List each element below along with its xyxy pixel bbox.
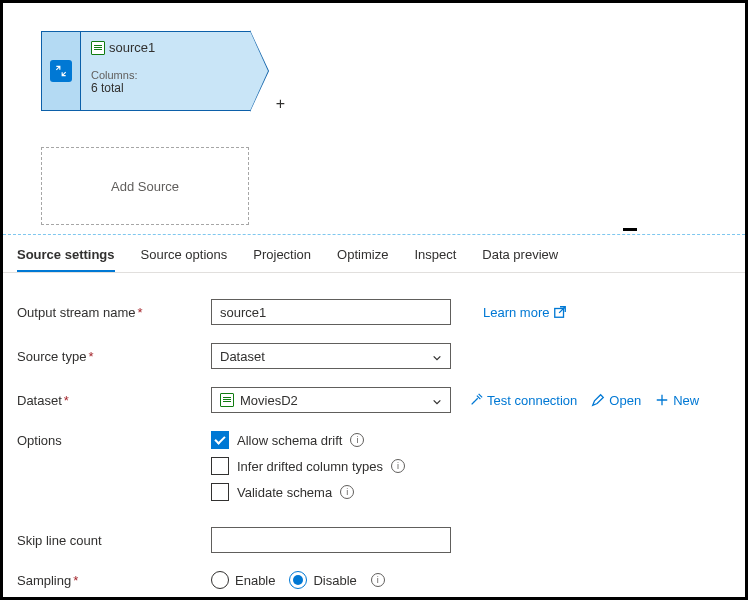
validate-schema-checkbox[interactable] [211, 483, 229, 501]
source-type-value: Dataset [220, 349, 265, 364]
dataset-label: Dataset [17, 393, 62, 408]
options-label: Options [17, 433, 62, 448]
add-source-button[interactable]: Add Source [41, 147, 249, 225]
tab-inspect[interactable]: Inspect [414, 245, 456, 272]
allow-schema-drift-checkbox[interactable] [211, 431, 229, 449]
output-stream-name-label: Output stream name [17, 305, 136, 320]
test-connection-label: Test connection [487, 393, 577, 408]
info-icon[interactable]: i [350, 433, 364, 447]
required-indicator: * [88, 349, 93, 364]
node-column-count: 6 total [91, 81, 240, 95]
dataset-value: MoviesD2 [240, 393, 298, 408]
sampling-enable-label: Enable [235, 573, 275, 588]
dataflow-canvas[interactable]: source1 Columns: 6 total + Add Source [3, 3, 745, 235]
settings-tabs: Source settings Source options Projectio… [3, 235, 745, 273]
chevron-down-icon [432, 395, 442, 405]
infer-drifted-types-checkbox[interactable] [211, 457, 229, 475]
plus-icon [655, 393, 669, 407]
edit-icon [591, 393, 605, 407]
node-subtitle: Columns: [91, 69, 240, 81]
skip-line-count-label: Skip line count [17, 533, 102, 548]
node-body[interactable]: source1 Columns: 6 total [81, 31, 251, 111]
sampling-disable-radio[interactable]: Disable [289, 571, 356, 589]
source-type-label: Source type [17, 349, 86, 364]
node-title: source1 [109, 40, 155, 55]
info-icon[interactable]: i [391, 459, 405, 473]
required-indicator: * [73, 573, 78, 588]
node-arrow [250, 31, 268, 111]
sampling-enable-radio[interactable]: Enable [211, 571, 275, 589]
new-dataset-button[interactable]: New [655, 393, 699, 408]
tab-optimize[interactable]: Optimize [337, 245, 388, 272]
tab-source-settings[interactable]: Source settings [17, 245, 115, 272]
chevron-down-icon [432, 351, 442, 361]
required-indicator: * [138, 305, 143, 320]
infer-drifted-types-label: Infer drifted column types [237, 459, 383, 474]
open-label: Open [609, 393, 641, 408]
learn-more-label: Learn more [483, 305, 549, 320]
tab-source-options[interactable]: Source options [141, 245, 228, 272]
tab-projection[interactable]: Projection [253, 245, 311, 272]
info-icon[interactable]: i [371, 573, 385, 587]
validate-schema-label: Validate schema [237, 485, 332, 500]
open-dataset-button[interactable]: Open [591, 393, 641, 408]
radio-dot [289, 571, 307, 589]
dataset-select[interactable]: MoviesD2 [211, 387, 451, 413]
required-indicator: * [64, 393, 69, 408]
node-handle[interactable] [41, 31, 81, 111]
source-node[interactable]: source1 Columns: 6 total + [41, 31, 251, 111]
panel-collapse-handle[interactable] [623, 228, 637, 231]
source-type-select[interactable]: Dataset [211, 343, 451, 369]
skip-line-count-input[interactable] [211, 527, 451, 553]
dataset-file-icon [91, 41, 105, 55]
add-source-label: Add Source [111, 179, 179, 194]
tab-data-preview[interactable]: Data preview [482, 245, 558, 272]
output-stream-name-input[interactable] [211, 299, 451, 325]
radio-dot [211, 571, 229, 589]
dataset-file-icon [220, 393, 234, 407]
test-connection-button[interactable]: Test connection [469, 393, 577, 408]
info-icon[interactable]: i [340, 485, 354, 499]
sampling-disable-label: Disable [313, 573, 356, 588]
sampling-label: Sampling [17, 573, 71, 588]
new-label: New [673, 393, 699, 408]
allow-schema-drift-label: Allow schema drift [237, 433, 342, 448]
external-link-icon [553, 305, 567, 319]
add-step-button[interactable]: + [276, 95, 285, 113]
source-settings-form: Output stream name* Learn more Source ty… [3, 273, 745, 600]
learn-more-link[interactable]: Learn more [483, 305, 567, 320]
source-step-icon [50, 60, 72, 82]
test-connection-icon [469, 393, 483, 407]
